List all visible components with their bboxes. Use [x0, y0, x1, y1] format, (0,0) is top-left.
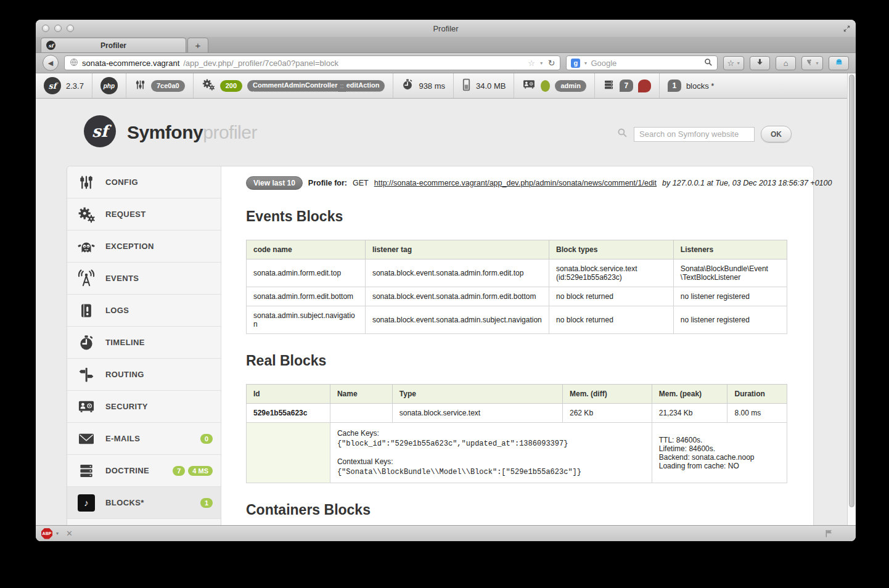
table-row: 529e1b55a623c sonata.block.service.text … [247, 404, 787, 423]
time-badge: 4 MS [188, 466, 213, 476]
toolbar-symfony-version[interactable]: sf 2.3.7 [36, 73, 92, 98]
scrollbar-thumb[interactable] [849, 75, 854, 507]
book-exclamation-icon [76, 302, 97, 319]
magnifier-icon[interactable] [704, 58, 713, 68]
profiler-page: sf Symfonyprofiler OK CONFIG [36, 99, 847, 525]
sidebar-item-config[interactable]: CONFIG [67, 166, 221, 198]
music-note-icon: ♪ [78, 494, 95, 512]
sidebar-item-timeline[interactable]: TIMELINE [67, 327, 221, 359]
close-window-button[interactable] [42, 25, 49, 32]
column-header: Listeners [673, 240, 787, 259]
page-header: sf Symfonyprofiler OK [36, 99, 847, 166]
count-badge: 0 [200, 434, 213, 444]
controller-name[interactable]: CommentAdminController [253, 80, 338, 92]
toolbar-blocks[interactable]: 1 blocks * [660, 73, 723, 98]
sidebar-item-security[interactable]: SECURITY [67, 391, 221, 423]
toolbar-doctrine[interactable]: 7 [595, 73, 660, 98]
cell-duration: 8.00 ms [727, 404, 787, 423]
cell-listener-tag: sonata.block.event.sonata.admin.form.edi… [365, 287, 549, 306]
profiler-toolbar: sf 2.3.7 php 7ce0a0 200 CommentAdminCont… [36, 73, 847, 99]
ghostery-button[interactable] [829, 56, 849, 70]
adblock-plus-icon[interactable]: ABP [41, 528, 52, 539]
toolbar-time[interactable]: 938 ms [393, 73, 454, 98]
query-count-badge: 7 [620, 80, 633, 92]
search-engine-label: Google [591, 59, 701, 68]
url-dropdown-icon[interactable]: ▼ [539, 61, 544, 65]
cell-listeners: Sonata\BlockBundle\Event \TextBlockListe… [673, 259, 787, 287]
http-method: GET [353, 179, 369, 187]
brand-symfony: Symfony [127, 122, 203, 142]
search-ok-button[interactable]: OK [761, 126, 792, 142]
google-favicon: g [571, 59, 580, 68]
antenna-icon [76, 269, 97, 288]
url-bar[interactable]: sonata-ecommerce.vagrant /app_dev.php/_p… [64, 55, 560, 70]
search-engine-dropdown-icon[interactable]: ▼ [583, 61, 588, 65]
star-icon: ☆ [727, 59, 734, 68]
reload-icon[interactable]: ↻ [548, 58, 555, 68]
toolbar-request[interactable]: 200 CommentAdminController::editAction [194, 73, 394, 98]
home-button[interactable]: ⌂ [776, 56, 796, 70]
addons-button[interactable]: ▼ [801, 56, 823, 70]
cell-cache-keys: Cache Keys: {"block_id":"529e1b55a623c",… [330, 423, 652, 483]
zoom-window-button[interactable] [67, 25, 74, 32]
search-bar[interactable]: g ▼ Google [566, 55, 718, 70]
sidebar-item-doctrine[interactable]: DOCTRINE 74 MS [67, 455, 221, 487]
column-header: Mem. (peak) [652, 385, 727, 404]
new-tab-button[interactable]: + [187, 38, 208, 52]
php-logo-icon: php [100, 77, 118, 94]
tab-profiler[interactable]: sf Profiler [41, 38, 186, 52]
flag-icon[interactable] [824, 529, 834, 541]
sidebar-item-label: CONFIG [105, 178, 138, 187]
blocks-count-badge: 1 [668, 80, 681, 92]
window-titlebar[interactable]: Profiler [36, 20, 856, 37]
toolbar-security[interactable]: admin [514, 73, 594, 98]
sidebar-item-exception[interactable]: EXCEPTION [67, 231, 221, 263]
profiled-url-link[interactable]: http://sonata-ecommerce.vagrant/app_dev.… [374, 179, 657, 187]
database-stack-icon [76, 462, 97, 480]
contextual-keys-json: {"Sonata\\BlockBundle\\Model\\Block":["5… [337, 468, 645, 476]
url-host: sonata-ecommerce.vagrant [82, 59, 179, 68]
controller-separator: :: [340, 80, 344, 92]
chevron-down-icon: ▼ [736, 61, 740, 65]
cache-keys-label: Cache Keys: [337, 429, 645, 438]
symfony-logo: sf [84, 115, 116, 147]
toolbar-config-token[interactable]: 7ce0a0 [126, 73, 194, 98]
chevron-down-icon[interactable]: ▾ [56, 531, 59, 536]
sidebar-item-events[interactable]: EVENTS [67, 263, 221, 295]
contextual-keys-label: Contextual Keys: [337, 457, 645, 466]
profile-info-bar: View last 10 Profile for: GET http://son… [246, 176, 787, 190]
request-time: 938 ms [419, 81, 445, 91]
containers-blocks-title: Containers Blocks [246, 502, 787, 518]
resize-icon[interactable] [843, 24, 851, 35]
table-row: sonata.admin.form.edit.top sonata.block.… [247, 259, 787, 287]
sidebar-item-blocks[interactable]: ♪ BLOCKS* 1 [67, 487, 221, 519]
close-addon-bar-icon[interactable]: ✕ [66, 529, 73, 538]
sidebar-item-routing[interactable]: ROUTING [67, 359, 221, 391]
sidebar-item-emails[interactable]: E-MAILS 0 [67, 423, 221, 455]
signpost-icon [76, 366, 97, 383]
ghost-icon [835, 57, 843, 68]
cell-id: 529e1b55a623c [247, 404, 330, 423]
cell-block-types: no block returned [549, 306, 674, 334]
bookmark-star-icon[interactable]: ☆ [528, 59, 535, 68]
scrollbar[interactable] [847, 73, 856, 525]
view-last-10-button[interactable]: View last 10 [246, 176, 303, 190]
toolbar-memory[interactable]: 34.0 MB [454, 73, 514, 98]
action-name[interactable]: editAction [346, 80, 380, 92]
column-header: Name [330, 385, 392, 404]
sidebar-item-request[interactable]: REQUEST [67, 198, 221, 231]
tab-bar: sf Profiler + [36, 37, 856, 53]
bookmarks-button[interactable]: ☆▼ [723, 56, 744, 70]
downloads-button[interactable] [750, 56, 770, 70]
minimize-window-button[interactable] [54, 25, 62, 32]
sidebar-item-label: TIMELINE [105, 338, 145, 347]
query-error-icon [638, 80, 651, 92]
symfony-search-input[interactable] [634, 127, 755, 142]
sidebar-item-label: EVENTS [105, 274, 139, 283]
sidebar-item-logs[interactable]: LOGS [67, 295, 221, 327]
sidebar-item-label: E-MAILS [105, 434, 140, 443]
envelope-icon [76, 431, 97, 446]
cell-listener-tag: sonata.block.event.sonata.admin.form.edi… [365, 259, 549, 287]
toolbar-php[interactable]: php [92, 73, 126, 98]
back-button[interactable]: ◀ [43, 55, 59, 71]
